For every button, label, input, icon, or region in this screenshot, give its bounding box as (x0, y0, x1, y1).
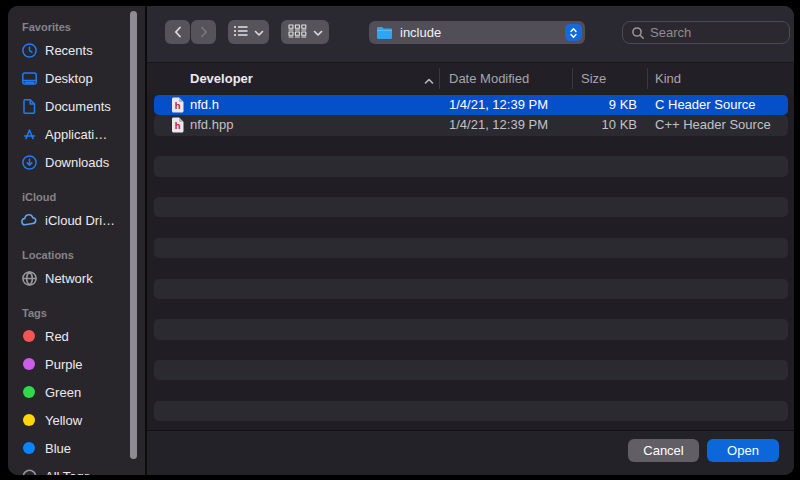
empty-row (154, 136, 788, 156)
column-header-date-modified[interactable]: Date Modified (449, 63, 529, 94)
sidebar-item-desktop[interactable]: Desktop (8, 64, 145, 92)
sidebar-item-label: Yellow (45, 413, 82, 428)
sidebar-item-downloads[interactable]: Downloads (8, 148, 145, 176)
file-size: 9 KB (534, 95, 637, 115)
column-divider[interactable] (647, 68, 648, 89)
forward-button[interactable] (191, 20, 216, 44)
dialog-footer: Cancel Open (147, 430, 794, 475)
clock-icon (20, 41, 38, 59)
list-view-button[interactable] (228, 20, 269, 44)
icon-view-button[interactable] (281, 20, 329, 44)
folder-select-value: include (400, 25, 441, 40)
app-store-icon (20, 125, 38, 143)
file-row-nfd-h[interactable]: hnfd.h1/4/21, 12:39 PM9 KBC Header Sourc… (154, 95, 788, 115)
column-header-kind[interactable]: Kind (655, 63, 681, 94)
sidebar-item-label: Documents (45, 99, 111, 114)
folder-select-dropdown[interactable]: include (369, 21, 585, 44)
empty-row (154, 340, 788, 360)
icon-view-icon (288, 24, 307, 41)
empty-row (154, 421, 788, 430)
all-tags-circle-icon (20, 467, 38, 475)
empty-row (154, 279, 788, 299)
tag-dot (20, 327, 38, 345)
file-rows: hnfd.h1/4/21, 12:39 PM9 KBC Header Sourc… (154, 95, 788, 430)
header-file-icon: h (171, 97, 184, 117)
svg-text:h: h (175, 100, 181, 111)
chevron-down-icon (254, 25, 264, 40)
empty-row (154, 401, 788, 421)
empty-row (154, 156, 788, 176)
file-kind: C++ Header Source (655, 115, 771, 135)
document-icon (20, 97, 38, 115)
file-name: nfd.hpp (190, 115, 233, 135)
sort-ascending-icon (423, 72, 435, 90)
sidebar-scrollbar[interactable] (130, 11, 137, 459)
sidebar-item-recents[interactable]: Recents (8, 36, 145, 64)
sidebar-section-label-favorites: Favorites (8, 18, 145, 36)
search-placeholder: Search (650, 25, 691, 40)
tag-dot (20, 355, 38, 373)
sidebar-item-label: Downloads (45, 155, 109, 170)
sidebar-section-label-tags: Tags (8, 304, 145, 322)
empty-row (154, 177, 788, 197)
column-header-size[interactable]: Size (581, 63, 606, 94)
folder-icon (376, 26, 393, 40)
search-icon (631, 26, 645, 40)
file-list: Developer Date Modified Size Kind hnfd.h… (147, 63, 794, 430)
open-button[interactable]: Open (707, 439, 779, 462)
sidebar-item-label: Network (45, 271, 93, 286)
tag-dot (20, 411, 38, 429)
tag-dot (20, 439, 38, 457)
sidebar-item-label: Applicati… (45, 127, 107, 142)
column-divider[interactable] (439, 68, 440, 89)
back-button[interactable] (165, 20, 190, 44)
sidebar-item-label: Green (45, 385, 81, 400)
desktop-icon (20, 69, 38, 87)
sidebar-item-applicati[interactable]: Applicati… (8, 120, 145, 148)
dropdown-stepper-icon (565, 24, 582, 41)
empty-row (154, 258, 788, 278)
sidebar-item-red[interactable]: Red (8, 322, 145, 350)
cancel-button[interactable]: Cancel (628, 439, 699, 462)
globe-icon (20, 269, 38, 287)
file-name: nfd.h (190, 95, 219, 115)
empty-row (154, 238, 788, 258)
sidebar-item-network[interactable]: Network (8, 264, 145, 292)
empty-row (154, 217, 788, 237)
list-view-icon (233, 24, 249, 41)
file-size: 10 KB (534, 115, 637, 135)
empty-row (154, 197, 788, 217)
empty-row (154, 299, 788, 319)
sidebar-item-yellow[interactable]: Yellow (8, 406, 145, 434)
sidebar-item-label: Blue (45, 441, 71, 456)
search-input[interactable]: Search (622, 21, 790, 44)
toolbar: include Search (147, 6, 794, 63)
cloud-icon (20, 211, 38, 229)
file-row-nfd-hpp[interactable]: hnfd.hpp1/4/21, 12:39 PM10 KBC++ Header … (154, 115, 788, 135)
sidebar-item-label: All Tags (45, 469, 90, 476)
sidebar-item-all-tags[interactable]: All Tags (8, 462, 145, 475)
sidebar-content: FavoritesRecentsDesktopDocumentsApplicat… (8, 18, 145, 475)
file-kind: C Header Source (655, 95, 755, 115)
column-divider[interactable] (572, 68, 573, 89)
sidebar-item-label: Red (45, 329, 69, 344)
sidebar-item-purple[interactable]: Purple (8, 350, 145, 378)
header-file-icon: h (171, 117, 184, 137)
column-header-developer[interactable]: Developer (190, 63, 253, 94)
sidebar-item-label: iCloud Dri… (45, 213, 115, 228)
empty-row (154, 380, 788, 400)
sidebar-section-label-locations: Locations (8, 246, 145, 264)
empty-row (154, 360, 788, 380)
sidebar-item-documents[interactable]: Documents (8, 92, 145, 120)
tag-dot (20, 383, 38, 401)
sidebar-item-green[interactable]: Green (8, 378, 145, 406)
list-header: Developer Date Modified Size Kind (147, 63, 794, 94)
sidebar-section-label-icloud: iCloud (8, 188, 145, 206)
sidebar-item-blue[interactable]: Blue (8, 434, 145, 462)
sidebar-item-icloud-dri[interactable]: iCloud Dri… (8, 206, 145, 234)
download-circle-icon (20, 153, 38, 171)
sidebar-item-label: Purple (45, 357, 83, 372)
main-pane: include Search Developer Date Modified S… (147, 6, 794, 475)
sidebar-item-label: Desktop (45, 71, 93, 86)
sidebar-item-label: Recents (45, 43, 93, 58)
